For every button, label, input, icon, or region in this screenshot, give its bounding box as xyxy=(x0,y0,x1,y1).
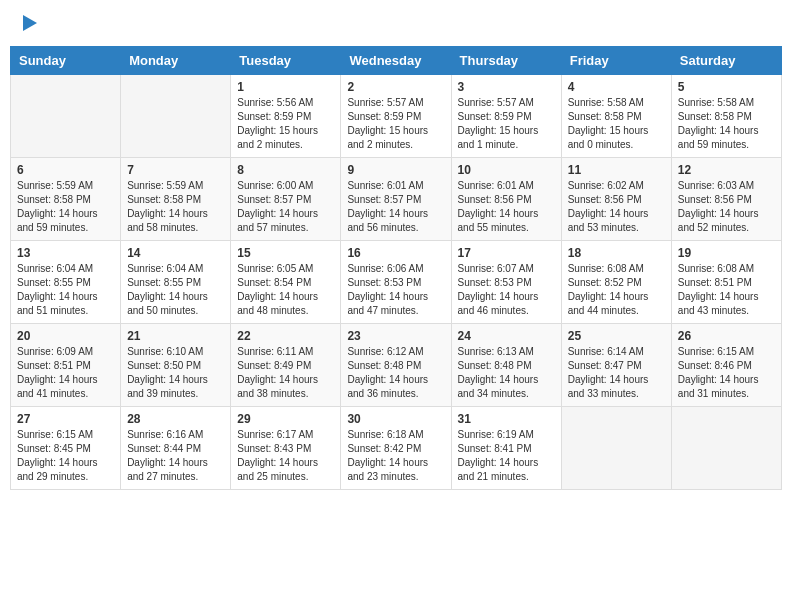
calendar-cell: 28Sunrise: 6:16 AM Sunset: 8:44 PM Dayli… xyxy=(121,407,231,490)
day-number: 17 xyxy=(458,246,555,260)
calendar-cell: 30Sunrise: 6:18 AM Sunset: 8:42 PM Dayli… xyxy=(341,407,451,490)
day-header-tuesday: Tuesday xyxy=(231,47,341,75)
calendar-cell: 15Sunrise: 6:05 AM Sunset: 8:54 PM Dayli… xyxy=(231,241,341,324)
day-number: 22 xyxy=(237,329,334,343)
day-info: Sunrise: 6:05 AM Sunset: 8:54 PM Dayligh… xyxy=(237,262,334,318)
calendar-cell: 8Sunrise: 6:00 AM Sunset: 8:57 PM Daylig… xyxy=(231,158,341,241)
day-info: Sunrise: 6:00 AM Sunset: 8:57 PM Dayligh… xyxy=(237,179,334,235)
day-number: 16 xyxy=(347,246,444,260)
day-header-thursday: Thursday xyxy=(451,47,561,75)
day-number: 8 xyxy=(237,163,334,177)
day-number: 2 xyxy=(347,80,444,94)
calendar-cell: 7Sunrise: 5:59 AM Sunset: 8:58 PM Daylig… xyxy=(121,158,231,241)
day-header-saturday: Saturday xyxy=(671,47,781,75)
day-info: Sunrise: 6:15 AM Sunset: 8:46 PM Dayligh… xyxy=(678,345,775,401)
day-info: Sunrise: 6:10 AM Sunset: 8:50 PM Dayligh… xyxy=(127,345,224,401)
day-number: 21 xyxy=(127,329,224,343)
day-number: 31 xyxy=(458,412,555,426)
day-number: 10 xyxy=(458,163,555,177)
day-number: 3 xyxy=(458,80,555,94)
day-number: 7 xyxy=(127,163,224,177)
day-info: Sunrise: 6:18 AM Sunset: 8:42 PM Dayligh… xyxy=(347,428,444,484)
day-header-sunday: Sunday xyxy=(11,47,121,75)
calendar-cell: 24Sunrise: 6:13 AM Sunset: 8:48 PM Dayli… xyxy=(451,324,561,407)
logo-icon xyxy=(23,15,37,31)
day-info: Sunrise: 5:57 AM Sunset: 8:59 PM Dayligh… xyxy=(458,96,555,152)
calendar-week-1: 1Sunrise: 5:56 AM Sunset: 8:59 PM Daylig… xyxy=(11,75,782,158)
calendar-cell: 25Sunrise: 6:14 AM Sunset: 8:47 PM Dayli… xyxy=(561,324,671,407)
calendar-cell: 17Sunrise: 6:07 AM Sunset: 8:53 PM Dayli… xyxy=(451,241,561,324)
day-info: Sunrise: 6:17 AM Sunset: 8:43 PM Dayligh… xyxy=(237,428,334,484)
calendar-cell xyxy=(11,75,121,158)
calendar-cell: 1Sunrise: 5:56 AM Sunset: 8:59 PM Daylig… xyxy=(231,75,341,158)
calendar-cell: 10Sunrise: 6:01 AM Sunset: 8:56 PM Dayli… xyxy=(451,158,561,241)
day-number: 5 xyxy=(678,80,775,94)
calendar-cell: 18Sunrise: 6:08 AM Sunset: 8:52 PM Dayli… xyxy=(561,241,671,324)
calendar-cell: 6Sunrise: 5:59 AM Sunset: 8:58 PM Daylig… xyxy=(11,158,121,241)
day-number: 19 xyxy=(678,246,775,260)
day-info: Sunrise: 6:19 AM Sunset: 8:41 PM Dayligh… xyxy=(458,428,555,484)
day-number: 20 xyxy=(17,329,114,343)
day-number: 15 xyxy=(237,246,334,260)
calendar-cell: 27Sunrise: 6:15 AM Sunset: 8:45 PM Dayli… xyxy=(11,407,121,490)
day-info: Sunrise: 6:06 AM Sunset: 8:53 PM Dayligh… xyxy=(347,262,444,318)
day-info: Sunrise: 6:08 AM Sunset: 8:51 PM Dayligh… xyxy=(678,262,775,318)
day-number: 12 xyxy=(678,163,775,177)
day-info: Sunrise: 5:58 AM Sunset: 8:58 PM Dayligh… xyxy=(568,96,665,152)
day-info: Sunrise: 6:04 AM Sunset: 8:55 PM Dayligh… xyxy=(127,262,224,318)
day-number: 4 xyxy=(568,80,665,94)
calendar-cell: 23Sunrise: 6:12 AM Sunset: 8:48 PM Dayli… xyxy=(341,324,451,407)
calendar-cell: 21Sunrise: 6:10 AM Sunset: 8:50 PM Dayli… xyxy=(121,324,231,407)
calendar-cell: 5Sunrise: 5:58 AM Sunset: 8:58 PM Daylig… xyxy=(671,75,781,158)
page-header xyxy=(10,10,782,36)
day-info: Sunrise: 6:12 AM Sunset: 8:48 PM Dayligh… xyxy=(347,345,444,401)
day-number: 27 xyxy=(17,412,114,426)
day-info: Sunrise: 5:59 AM Sunset: 8:58 PM Dayligh… xyxy=(127,179,224,235)
calendar-cell: 13Sunrise: 6:04 AM Sunset: 8:55 PM Dayli… xyxy=(11,241,121,324)
day-info: Sunrise: 6:14 AM Sunset: 8:47 PM Dayligh… xyxy=(568,345,665,401)
day-number: 14 xyxy=(127,246,224,260)
day-header-monday: Monday xyxy=(121,47,231,75)
day-number: 25 xyxy=(568,329,665,343)
calendar-week-3: 13Sunrise: 6:04 AM Sunset: 8:55 PM Dayli… xyxy=(11,241,782,324)
calendar-cell: 31Sunrise: 6:19 AM Sunset: 8:41 PM Dayli… xyxy=(451,407,561,490)
calendar-cell: 14Sunrise: 6:04 AM Sunset: 8:55 PM Dayli… xyxy=(121,241,231,324)
day-info: Sunrise: 5:58 AM Sunset: 8:58 PM Dayligh… xyxy=(678,96,775,152)
day-info: Sunrise: 5:56 AM Sunset: 8:59 PM Dayligh… xyxy=(237,96,334,152)
day-number: 13 xyxy=(17,246,114,260)
logo xyxy=(20,15,37,31)
day-info: Sunrise: 6:16 AM Sunset: 8:44 PM Dayligh… xyxy=(127,428,224,484)
calendar-cell: 19Sunrise: 6:08 AM Sunset: 8:51 PM Dayli… xyxy=(671,241,781,324)
day-number: 9 xyxy=(347,163,444,177)
day-number: 11 xyxy=(568,163,665,177)
calendar-cell: 29Sunrise: 6:17 AM Sunset: 8:43 PM Dayli… xyxy=(231,407,341,490)
day-number: 6 xyxy=(17,163,114,177)
calendar-cell: 2Sunrise: 5:57 AM Sunset: 8:59 PM Daylig… xyxy=(341,75,451,158)
day-info: Sunrise: 6:13 AM Sunset: 8:48 PM Dayligh… xyxy=(458,345,555,401)
day-number: 18 xyxy=(568,246,665,260)
day-info: Sunrise: 6:07 AM Sunset: 8:53 PM Dayligh… xyxy=(458,262,555,318)
day-header-wednesday: Wednesday xyxy=(341,47,451,75)
calendar-cell: 9Sunrise: 6:01 AM Sunset: 8:57 PM Daylig… xyxy=(341,158,451,241)
calendar-cell: 12Sunrise: 6:03 AM Sunset: 8:56 PM Dayli… xyxy=(671,158,781,241)
day-number: 28 xyxy=(127,412,224,426)
calendar-cell: 4Sunrise: 5:58 AM Sunset: 8:58 PM Daylig… xyxy=(561,75,671,158)
calendar-cell xyxy=(561,407,671,490)
calendar-cell: 11Sunrise: 6:02 AM Sunset: 8:56 PM Dayli… xyxy=(561,158,671,241)
day-number: 24 xyxy=(458,329,555,343)
day-info: Sunrise: 6:04 AM Sunset: 8:55 PM Dayligh… xyxy=(17,262,114,318)
calendar-week-5: 27Sunrise: 6:15 AM Sunset: 8:45 PM Dayli… xyxy=(11,407,782,490)
calendar-cell: 26Sunrise: 6:15 AM Sunset: 8:46 PM Dayli… xyxy=(671,324,781,407)
day-number: 1 xyxy=(237,80,334,94)
calendar-header-row: SundayMondayTuesdayWednesdayThursdayFrid… xyxy=(11,47,782,75)
day-number: 29 xyxy=(237,412,334,426)
day-number: 23 xyxy=(347,329,444,343)
day-info: Sunrise: 6:01 AM Sunset: 8:57 PM Dayligh… xyxy=(347,179,444,235)
day-info: Sunrise: 6:09 AM Sunset: 8:51 PM Dayligh… xyxy=(17,345,114,401)
calendar-cell: 22Sunrise: 6:11 AM Sunset: 8:49 PM Dayli… xyxy=(231,324,341,407)
calendar-week-4: 20Sunrise: 6:09 AM Sunset: 8:51 PM Dayli… xyxy=(11,324,782,407)
day-header-friday: Friday xyxy=(561,47,671,75)
calendar-cell: 20Sunrise: 6:09 AM Sunset: 8:51 PM Dayli… xyxy=(11,324,121,407)
day-info: Sunrise: 6:08 AM Sunset: 8:52 PM Dayligh… xyxy=(568,262,665,318)
calendar-cell: 3Sunrise: 5:57 AM Sunset: 8:59 PM Daylig… xyxy=(451,75,561,158)
